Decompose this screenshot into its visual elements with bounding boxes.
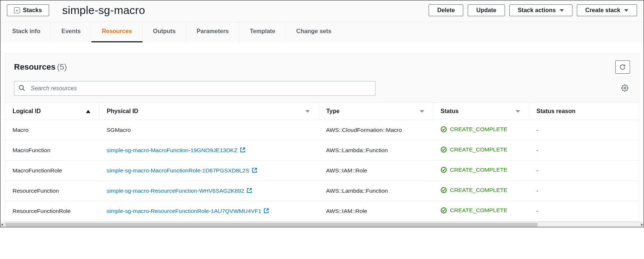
success-icon <box>440 187 447 193</box>
col-status[interactable]: Status <box>433 103 529 120</box>
refresh-icon <box>619 64 626 70</box>
resources-table: Logical ID Physical ID Type Status Statu… <box>5 103 639 221</box>
cell-physical-id: simple-sg-macro-MacroFunction-19GNO9JE13… <box>99 140 319 161</box>
external-link-icon <box>246 188 252 193</box>
cell-logical-id: Macro <box>5 120 99 140</box>
stacks-nav-label: Stacks <box>23 7 42 14</box>
table-row: MacroFunctionsimple-sg-macro-MacroFuncti… <box>5 140 639 161</box>
cell-physical-id: simple-sg-macro-ResourceFunction-WHV6SAG… <box>99 181 319 201</box>
physical-id-link[interactable]: simple-sg-macro-MacroFunction-19GNO9JE13… <box>107 147 238 153</box>
stack-title: simple-sg-macro <box>62 4 145 17</box>
table-row: ResourceFunctionsimple-sg-macro-Resource… <box>5 181 639 201</box>
horizontal-scrollbar[interactable] <box>0 222 644 227</box>
col-physical-id[interactable]: Physical ID <box>99 103 319 120</box>
cell-status-reason: - <box>529 201 639 221</box>
resources-panel: Resources (5) <box>5 53 639 222</box>
filter-icon <box>420 110 424 113</box>
cell-status: CREATE_COMPLETE <box>433 120 529 140</box>
stack-actions-dropdown[interactable]: Stack actions <box>509 4 572 16</box>
settings-button[interactable] <box>620 84 630 93</box>
cell-type: AWS::IAM::Role <box>319 201 433 221</box>
search-input[interactable] <box>14 81 375 96</box>
cell-status-reason: - <box>529 120 639 140</box>
cell-status: CREATE_COMPLETE <box>433 140 529 161</box>
cell-status: CREATE_COMPLETE <box>433 201 529 221</box>
svg-point-1 <box>624 87 626 89</box>
panel-title: Resources <box>14 62 56 72</box>
cell-type: AWS::CloudFormation::Macro <box>319 120 433 140</box>
gear-icon <box>621 84 629 92</box>
panel-header: Resources (5) <box>5 54 639 75</box>
external-link-icon <box>252 167 257 173</box>
cell-type: AWS::IAM::Role <box>319 161 433 181</box>
filter-icon <box>516 110 520 113</box>
tab-stack-info[interactable]: Stack info <box>7 22 51 42</box>
cell-logical-id: ResourceFunctionRole <box>5 201 99 221</box>
panel-count: (5) <box>57 62 67 72</box>
page-header: + Stacks simple-sg-macro Delete Update S… <box>0 0 644 22</box>
cell-type: AWS::Lambda::Function <box>319 181 433 201</box>
status-badge: CREATE_COMPLETE <box>440 167 508 173</box>
scrollbar-thumb[interactable] <box>5 223 538 227</box>
tab-change-sets[interactable]: Change sets <box>286 22 342 42</box>
cell-logical-id: MacroFunction <box>5 140 99 161</box>
status-badge: CREATE_COMPLETE <box>440 187 508 193</box>
col-logical-id[interactable]: Logical ID <box>5 103 99 120</box>
tab-outputs[interactable]: Outputs <box>143 22 186 42</box>
cell-status: CREATE_COMPLETE <box>433 161 529 181</box>
table-header-row: Logical ID Physical ID Type Status Statu… <box>5 103 639 120</box>
col-status-reason[interactable]: Status reason <box>529 103 639 120</box>
header-actions: Delete Update Stack actions Create stack <box>429 4 637 16</box>
delete-button[interactable]: Delete <box>429 4 463 16</box>
success-icon <box>440 167 447 173</box>
cell-status: CREATE_COMPLETE <box>433 181 529 201</box>
table-row: MacroSGMacroAWS::CloudFormation::MacroCR… <box>5 120 639 140</box>
physical-id-link[interactable]: simple-sg-macro-ResourceFunction-WHV6SAG… <box>107 188 244 194</box>
cell-physical-id: simple-sg-macro-MacroFunctionRole-1D67PG… <box>99 161 319 181</box>
search-row <box>5 75 639 103</box>
stacks-nav-button[interactable]: + Stacks <box>7 4 49 16</box>
cell-status-reason: - <box>529 181 639 201</box>
status-badge: CREATE_COMPLETE <box>440 207 508 214</box>
sort-asc-icon <box>86 110 90 113</box>
cell-type: AWS::Lambda::Function <box>319 140 433 161</box>
cell-physical-id: SGMacro <box>99 120 319 140</box>
success-icon <box>440 146 447 153</box>
tab-events[interactable]: Events <box>51 22 91 42</box>
svg-point-0 <box>19 85 23 90</box>
cell-status-reason: - <box>529 161 639 181</box>
tab-resources[interactable]: Resources <box>91 22 143 42</box>
table-row: ResourceFunctionRolesimple-sg-macro-Reso… <box>5 201 639 221</box>
update-button[interactable]: Update <box>468 4 505 16</box>
success-icon <box>440 126 447 133</box>
expand-icon: + <box>14 7 20 13</box>
cell-logical-id: ResourceFunction <box>5 181 99 201</box>
status-badge: CREATE_COMPLETE <box>440 126 508 133</box>
refresh-button[interactable] <box>615 60 630 74</box>
tabs: Stack infoEventsResourcesOutputsParamete… <box>0 22 644 42</box>
search-wrap <box>14 81 375 96</box>
caret-down-icon <box>624 9 629 12</box>
cell-physical-id: simple-sg-macro-ResourceFunctionRole-1AU… <box>99 201 319 221</box>
caret-down-icon <box>560 9 564 12</box>
scroll-right-icon <box>641 223 643 226</box>
scroll-left-icon <box>1 223 3 226</box>
tab-template[interactable]: Template <box>239 22 286 42</box>
external-link-icon <box>240 147 246 153</box>
table-row: MacroFunctionRolesimple-sg-macro-MacroFu… <box>5 161 639 181</box>
cell-logical-id: MacroFunctionRole <box>5 161 99 181</box>
status-badge: CREATE_COMPLETE <box>440 146 508 153</box>
success-icon <box>440 207 447 214</box>
search-icon <box>18 85 25 92</box>
cell-status-reason: - <box>529 140 639 161</box>
create-stack-dropdown[interactable]: Create stack <box>577 4 637 16</box>
external-link-icon <box>263 208 269 214</box>
physical-id-link[interactable]: simple-sg-macro-MacroFunctionRole-1D67PG… <box>107 167 249 174</box>
col-type[interactable]: Type <box>319 103 433 120</box>
filter-icon <box>305 110 310 113</box>
tab-parameters[interactable]: Parameters <box>186 22 239 42</box>
physical-id-link[interactable]: simple-sg-macro-ResourceFunctionRole-1AU… <box>107 208 261 214</box>
